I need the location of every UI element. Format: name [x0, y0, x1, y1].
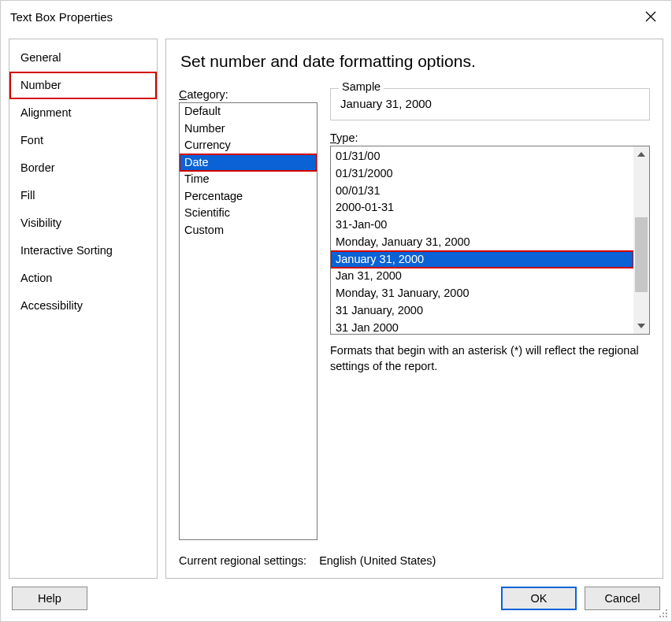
- type-item[interactable]: 01/31/2000: [331, 165, 633, 183]
- chevron-up-icon: [637, 152, 645, 157]
- regional-label: Current regional settings:: [179, 554, 306, 567]
- svg-point-1: [663, 613, 664, 614]
- type-item[interactable]: January 31, 2000: [331, 251, 633, 268]
- nav-item-general[interactable]: General: [9, 44, 157, 72]
- nav-item-fill[interactable]: Fill: [9, 182, 157, 209]
- category-item[interactable]: Default: [180, 103, 317, 120]
- category-item[interactable]: Date: [180, 154, 317, 172]
- nav-item-font[interactable]: Font: [9, 127, 157, 154]
- close-icon: [645, 11, 656, 22]
- category-item[interactable]: Scientific: [180, 205, 317, 222]
- type-item[interactable]: Jan 31, 2000: [331, 268, 633, 285]
- type-list-inner: 01/31/0001/31/200000/01/312000-01-3131-J…: [331, 146, 633, 334]
- resize-grip-icon[interactable]: [657, 607, 668, 618]
- svg-point-2: [666, 613, 667, 614]
- nav-item-border[interactable]: Border: [9, 154, 157, 182]
- category-item[interactable]: Custom: [180, 222, 317, 239]
- scroll-thumb[interactable]: [635, 217, 648, 292]
- type-item[interactable]: 31-Jan-00: [331, 217, 633, 234]
- nav-item-action[interactable]: Action: [9, 265, 157, 292]
- regional-value: English (United States): [319, 554, 436, 567]
- footer: Help OK Cancel: [1, 579, 671, 621]
- regional-settings: Current regional settings: English (Unit…: [179, 554, 650, 567]
- scroll-up-button[interactable]: [633, 146, 649, 162]
- nav-panel: GeneralNumberAlignmentFontBorderFillVisi…: [9, 39, 158, 579]
- help-button[interactable]: Help: [12, 587, 87, 610]
- settings-row: Category: DefaultNumberCurrencyDateTimeP…: [179, 88, 650, 540]
- type-listbox[interactable]: 01/31/0001/31/200000/01/312000-01-3131-J…: [330, 146, 650, 335]
- format-help-text: Formats that begin with an asterisk (*) …: [330, 342, 650, 375]
- category-label: Category:: [179, 88, 317, 101]
- nav-item-alignment[interactable]: Alignment: [9, 99, 157, 127]
- content-area: GeneralNumberAlignmentFontBorderFillVisi…: [1, 32, 671, 579]
- type-item[interactable]: 2000-01-31: [331, 199, 633, 217]
- type-item[interactable]: Monday, January 31, 2000: [331, 234, 633, 251]
- sample-legend: Sample: [339, 80, 384, 93]
- svg-point-4: [663, 616, 664, 617]
- nav-item-visibility[interactable]: Visibility: [9, 209, 157, 237]
- type-label: Type:: [330, 131, 650, 144]
- window-title: Text Box Properties: [10, 10, 113, 24]
- type-item[interactable]: 01/31/00: [331, 148, 633, 165]
- category-item[interactable]: Time: [180, 171, 317, 188]
- sample-value: January 31, 2000: [340, 97, 641, 110]
- type-item[interactable]: 00/01/31: [331, 183, 633, 200]
- category-item[interactable]: Number: [180, 120, 317, 138]
- chevron-down-icon: [637, 324, 645, 328]
- cancel-button[interactable]: Cancel: [585, 587, 660, 610]
- dialog-window: Text Box Properties GeneralNumberAlignme…: [0, 0, 672, 622]
- nav-item-accessibility[interactable]: Accessibility: [9, 292, 157, 320]
- scrollbar[interactable]: [633, 146, 649, 334]
- type-wrap: Type: 01/31/0001/31/200000/01/312000-01-…: [330, 131, 650, 335]
- close-button[interactable]: [638, 6, 663, 28]
- nav-item-number[interactable]: Number: [9, 72, 157, 99]
- titlebar: Text Box Properties: [1, 1, 671, 32]
- scroll-down-button[interactable]: [633, 318, 649, 334]
- svg-point-0: [666, 609, 667, 611]
- main-panel: Set number and date formatting options. …: [165, 39, 663, 579]
- category-column: Category: DefaultNumberCurrencyDateTimeP…: [179, 88, 317, 540]
- category-listbox[interactable]: DefaultNumberCurrencyDateTimePercentageS…: [179, 102, 317, 540]
- page-heading: Set number and date formatting options.: [180, 52, 650, 71]
- sample-group: Sample January 31, 2000: [330, 88, 650, 120]
- svg-point-3: [659, 616, 661, 617]
- type-item[interactable]: 31 January, 2000: [331, 302, 633, 320]
- ok-button[interactable]: OK: [501, 587, 577, 610]
- type-item[interactable]: 31 Jan 2000: [331, 320, 633, 335]
- svg-point-5: [666, 616, 667, 617]
- nav-item-interactive-sorting[interactable]: Interactive Sorting: [9, 237, 157, 265]
- category-item[interactable]: Percentage: [180, 188, 317, 205]
- category-item[interactable]: Currency: [180, 137, 317, 154]
- type-item[interactable]: Monday, 31 January, 2000: [331, 285, 633, 302]
- right-column: Sample January 31, 2000 Type: 01/31/0001…: [330, 88, 650, 540]
